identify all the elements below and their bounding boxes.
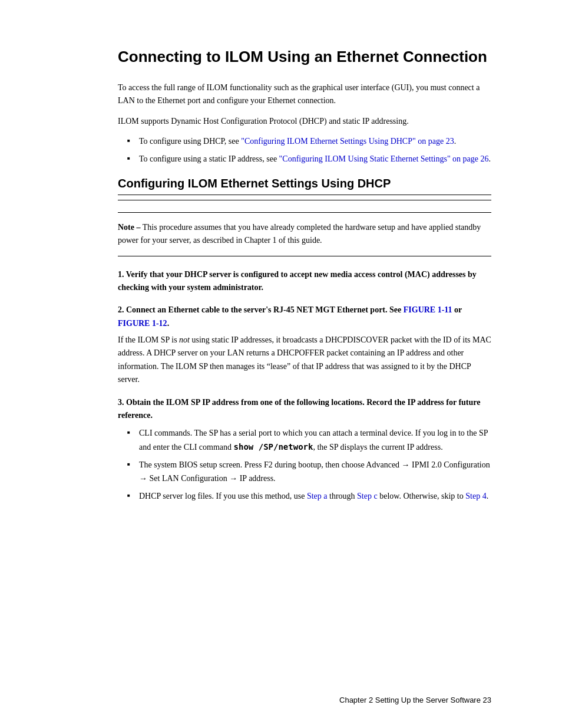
list-item-dhcp: To configure using DHCP, see "Configurin… [127,135,491,148]
step3-label: 3. Obtain the ILOM SP IP address from on… [118,396,491,423]
step2-body-text: If the ILOM SP is not using static IP ad… [118,334,491,387]
step-3: 3. Obtain the ILOM SP IP address from on… [118,396,491,503]
subsection-title: Configuring ILOM Ethernet Settings Using… [118,176,491,195]
step3-bullet-bios: The system BIOS setup screen. Press F2 d… [127,459,491,485]
step2-label: 2. Connect an Ethernet cable to the serv… [118,304,491,330]
cli-command: show /SP/network [234,442,313,452]
bullet1-suffix: . [454,137,457,146]
step2-or: or [452,305,462,314]
step3-end: . [487,492,489,500]
step3-bullet3-prefix: DHCP server log files. If you use this m… [139,492,307,500]
figure-1-11-link[interactable]: FIGURE 1-11 [404,305,452,314]
step3-bullets: CLI commands. The SP has a serial port t… [127,427,491,503]
page-content: Connecting to ILOM Using an Ethernet Con… [0,0,562,728]
step3-below: below. Otherwise, skip to [378,492,466,500]
step2-period: . [167,319,170,328]
step-c-link[interactable]: Step c [357,492,378,500]
step2-body: If the ILOM SP is not using static IP ad… [118,334,491,387]
figure-1-12-link[interactable]: FIGURE 1-12 [118,319,167,328]
static-link[interactable]: "Configuring ILOM Using Static Ethernet … [279,154,489,163]
list-item-static: To configure using a static IP address, … [127,153,491,166]
bullet2-suffix: . [489,154,491,163]
note-label: Note – [118,223,141,232]
subsection-header: Configuring ILOM Ethernet Settings Using… [118,176,491,200]
bullet1-prefix: To configure using DHCP, see [139,137,241,146]
page-title: Connecting to ILOM Using an Ethernet Con… [118,47,491,67]
step3-bullet2-text: The system BIOS setup screen. Press F2 d… [139,460,490,482]
note-box: Note – This procedure assumes that you h… [118,212,491,256]
bullet2-prefix: To configure using a static IP address, … [139,154,279,163]
note-text: Note – This procedure assumes that you h… [118,221,491,248]
footer: Chapter 2 Setting Up the Server Software… [339,696,491,704]
intro-bullet-list: To configure using DHCP, see "Configurin… [127,135,491,166]
step-2: 2. Connect an Ethernet cable to the serv… [118,304,491,386]
step-4-link[interactable]: Step 4 [465,492,486,500]
step3-through: through [328,492,358,500]
note-body: This procedure assumes that you have alr… [118,223,481,245]
step-a-link[interactable]: Step a [307,492,328,500]
steps-list: 1. Verify that your DHCP server is confi… [118,268,491,503]
intro-paragraph-2: ILOM supports Dynamic Host Configuration… [118,115,491,128]
step3-bullet1-suffix: , the SP displays the current IP address… [313,443,442,452]
step2-label-text: 2. Connect an Ethernet cable to the serv… [118,305,404,314]
footer-text: Chapter 2 Setting Up the Server Software… [339,696,491,704]
step1-label: 1. Verify that your DHCP server is confi… [118,268,491,295]
step3-bullet-dhcp-log: DHCP server log files. If you use this m… [127,490,491,503]
dhcp-link[interactable]: "Configuring ILOM Ethernet Settings Usin… [241,137,454,146]
step3-bullet-cli: CLI commands. The SP has a serial port t… [127,427,491,454]
not-italic: not [179,335,190,344]
intro-paragraph-1: To access the full range of ILOM functio… [118,81,491,108]
step-1: 1. Verify that your DHCP server is confi… [118,268,491,295]
